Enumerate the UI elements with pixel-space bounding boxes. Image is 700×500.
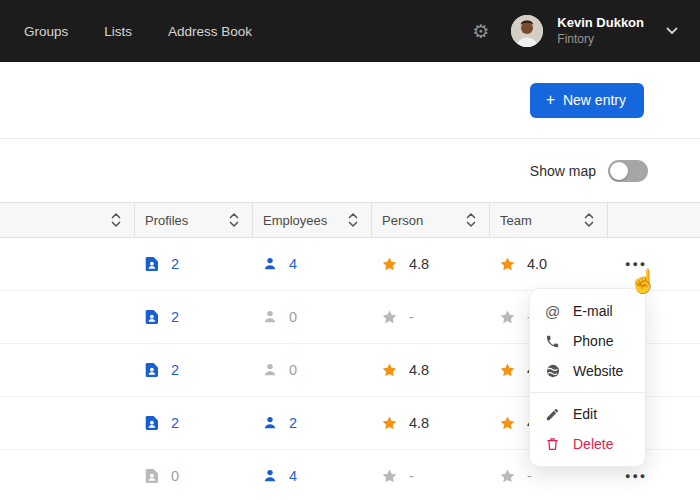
nav-item-lists[interactable]: Lists (104, 24, 132, 39)
map-toggle-section: Show map (0, 139, 700, 202)
show-map-label: Show map (530, 163, 596, 179)
profile-doc-icon (144, 362, 160, 378)
cell-name (0, 291, 134, 343)
cell-name (0, 450, 134, 500)
phone-icon (544, 334, 561, 349)
top-navbar: Groups Lists Address Book ⚙ Kevin Dukkon… (0, 0, 700, 62)
show-map-toggle[interactable] (608, 160, 648, 182)
person-icon (262, 415, 278, 431)
avatar-photo (511, 15, 543, 47)
cell-person-rating: 4.8 (371, 397, 489, 449)
cell-employees: 0 (252, 344, 371, 396)
cell-name (0, 344, 134, 396)
plus-icon: + (546, 92, 555, 108)
person-icon (262, 309, 278, 325)
app-window: Groups Lists Address Book ⚙ Kevin Dukkon… (0, 0, 700, 500)
menu-item-website[interactable]: Website (530, 356, 645, 386)
globe-icon (544, 363, 561, 379)
row-actions-button[interactable]: ●●● (623, 465, 649, 487)
menu-item-delete[interactable]: Delete (530, 429, 645, 459)
header-cell-team[interactable]: Team (489, 203, 607, 237)
row-context-menu: @E-mail Phone Website Edit Delete (529, 288, 646, 467)
sort-icon[interactable] (584, 212, 594, 228)
cell-person-rating: 4.8 (371, 344, 489, 396)
cell-person-rating: - (371, 291, 489, 343)
star-icon (499, 415, 516, 432)
star-icon (381, 362, 398, 379)
menu-item-phone[interactable]: Phone (530, 326, 645, 356)
cell-person-rating: 4.8 (371, 238, 489, 290)
profile-doc-icon (144, 468, 160, 484)
table-row[interactable]: 2 4 4.8 4.0 ●●● (0, 238, 700, 291)
star-icon (381, 415, 398, 432)
at-icon: @ (544, 303, 561, 320)
new-entry-button[interactable]: + New entry (530, 83, 644, 118)
cell-profiles: 2 (134, 344, 252, 396)
star-icon (499, 362, 516, 379)
cell-profiles: 2 (134, 291, 252, 343)
header-cell-profiles[interactable]: Profiles (134, 203, 252, 237)
star-icon (499, 256, 516, 273)
star-icon (381, 468, 398, 485)
trash-icon (544, 436, 561, 452)
menu-divider (530, 392, 645, 393)
person-icon (262, 256, 278, 272)
cell-name (0, 397, 134, 449)
cell-actions: ●●● (607, 238, 700, 290)
toolbar-section: + New entry (0, 62, 700, 139)
star-icon (499, 309, 516, 326)
person-icon (262, 362, 278, 378)
user-org: Fintory (557, 32, 644, 47)
header-cell-blank[interactable] (0, 203, 134, 237)
sort-icon[interactable] (348, 212, 358, 228)
table-header: Profiles Employees Person Team (0, 202, 700, 238)
star-icon (381, 256, 398, 273)
person-icon (262, 468, 278, 484)
profile-doc-icon (144, 415, 160, 431)
sort-icon[interactable] (466, 212, 476, 228)
cell-name (0, 238, 134, 290)
nav-item-groups[interactable]: Groups (24, 24, 68, 39)
main-nav: Groups Lists Address Book (24, 24, 252, 39)
pencil-icon (544, 407, 561, 422)
cell-team-rating: 4.0 (489, 238, 607, 290)
header-cell-employees[interactable]: Employees (252, 203, 371, 237)
header-cell-actions (607, 203, 700, 237)
avatar[interactable] (511, 15, 543, 47)
row-actions-button[interactable]: ●●● (623, 253, 649, 275)
menu-item-edit[interactable]: Edit (530, 399, 645, 429)
header-cell-person[interactable]: Person (371, 203, 489, 237)
user-name: Kevin Dukkon (557, 15, 644, 31)
cell-employees: 0 (252, 291, 371, 343)
cell-profiles: 0 (134, 450, 252, 500)
cell-profiles: 2 (134, 238, 252, 290)
star-icon (381, 309, 398, 326)
sort-icon[interactable] (111, 212, 121, 228)
cell-person-rating: - (371, 450, 489, 500)
new-entry-label: New entry (563, 92, 626, 108)
cell-employees: 4 (252, 450, 371, 500)
user-area: ⚙ Kevin Dukkon Fintory (472, 15, 678, 47)
nav-item-address-book[interactable]: Address Book (168, 24, 252, 39)
menu-item-email[interactable]: @E-mail (530, 296, 645, 326)
profile-doc-icon (144, 309, 160, 325)
profile-doc-icon (144, 256, 160, 272)
star-icon (499, 468, 516, 485)
gear-icon[interactable]: ⚙ (472, 22, 489, 41)
user-meta[interactable]: Kevin Dukkon Fintory (557, 15, 644, 46)
cell-employees: 4 (252, 238, 371, 290)
toggle-knob (610, 162, 628, 180)
chevron-down-icon[interactable] (666, 27, 678, 35)
cell-profiles: 2 (134, 397, 252, 449)
cell-employees: 2 (252, 397, 371, 449)
sort-icon[interactable] (229, 212, 239, 228)
